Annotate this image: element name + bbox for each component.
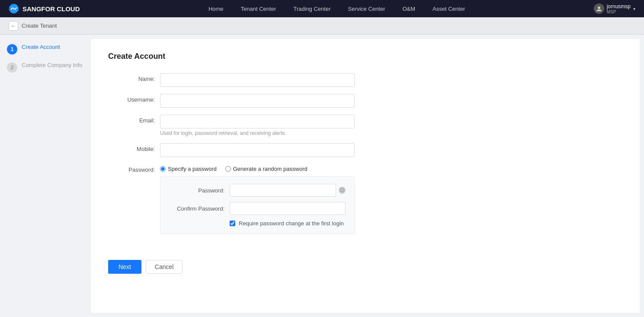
- nav-tenant-center[interactable]: Tenant Center: [232, 0, 285, 17]
- step-2-label: Complete Company Info: [22, 61, 82, 69]
- password-subform: Password: ⓘ Confirm Password:: [160, 176, 355, 234]
- specify-password-option[interactable]: Specify a password: [160, 166, 217, 172]
- user-menu[interactable]: jornusmsp MSP ▾: [594, 3, 635, 14]
- username-row: Username:: [108, 94, 411, 108]
- sub-password-label: Password:: [169, 187, 230, 194]
- email-hint: Used for login, password retrieval, and …: [160, 130, 355, 136]
- nav-om[interactable]: O&M: [394, 0, 424, 17]
- breadcrumb-bar: ← Create Tenant: [0, 17, 644, 35]
- nav-asset-center[interactable]: Asset Center: [424, 0, 474, 17]
- back-button[interactable]: ←: [9, 21, 18, 31]
- specify-password-label: Specify a password: [168, 166, 217, 172]
- password-input[interactable]: [230, 184, 336, 197]
- navbar: SANGFOR CLOUD Home Tenant Center Trading…: [0, 0, 644, 17]
- nav-links: Home Tenant Center Trading Center Servic…: [200, 0, 474, 17]
- confirm-password-wrap: [230, 202, 346, 215]
- cancel-button[interactable]: Cancel: [146, 260, 183, 274]
- confirm-password-label: Confirm Password:: [169, 205, 230, 212]
- password-field: Specify a password Generate a random pas…: [160, 164, 355, 234]
- avatar: [594, 3, 604, 14]
- step-1-item[interactable]: 1 Create Account: [7, 43, 84, 54]
- nav-trading-center[interactable]: Trading Center: [285, 0, 339, 17]
- confirm-password-row: Confirm Password:: [169, 202, 346, 215]
- nav-home[interactable]: Home: [200, 0, 232, 17]
- brand: SANGFOR CLOUD: [9, 3, 80, 14]
- page-title: Create Account: [108, 52, 622, 61]
- username-label: Username:: [108, 94, 160, 103]
- email-field: Used for login, password retrieval, and …: [160, 115, 355, 136]
- main-container: 1 Create Account 2 Complete Company Info…: [0, 35, 644, 317]
- step-1-circle: 1: [7, 44, 17, 54]
- step-2-circle: 2: [7, 62, 17, 73]
- nav-service-center[interactable]: Service Center: [339, 0, 394, 17]
- content-area: Create Account Name: Username: Email: Us…: [91, 39, 640, 313]
- require-change-label: Require password change at the first log…: [239, 220, 344, 227]
- brand-name: SANGFOR CLOUD: [22, 5, 80, 13]
- username-display: jornusmsp: [607, 3, 631, 10]
- random-password-radio[interactable]: [225, 166, 231, 172]
- svg-point-1: [598, 6, 600, 9]
- confirm-password-input[interactable]: [230, 202, 346, 215]
- footer-buttons: Next Cancel: [108, 251, 622, 274]
- email-input[interactable]: [160, 115, 355, 128]
- specify-password-radio[interactable]: [160, 166, 166, 172]
- user-badge: MSP: [607, 10, 631, 14]
- password-options-row: Password: Specify a password Generate a …: [108, 164, 411, 234]
- mobile-input[interactable]: [160, 143, 355, 157]
- username-field: [160, 94, 355, 108]
- step-1-label: Create Account: [22, 43, 60, 51]
- sidebar: 1 Create Account 2 Complete Company Info: [0, 35, 91, 317]
- user-icon: [596, 5, 602, 12]
- mobile-label: Mobile:: [108, 143, 160, 152]
- name-row: Name:: [108, 73, 411, 87]
- random-password-label: Generate a random password: [233, 166, 308, 172]
- sub-password-row: Password: ⓘ: [169, 184, 346, 197]
- mobile-row: Mobile:: [108, 143, 411, 157]
- name-label: Name:: [108, 73, 160, 82]
- next-button[interactable]: Next: [108, 260, 141, 274]
- info-icon[interactable]: ⓘ: [339, 187, 346, 194]
- password-label: Password:: [108, 164, 160, 173]
- name-input[interactable]: [160, 73, 355, 87]
- chevron-down-icon: ▾: [633, 6, 635, 11]
- email-row: Email: Used for login, password retrieva…: [108, 115, 411, 136]
- username-input[interactable]: [160, 94, 355, 108]
- name-field: [160, 73, 355, 87]
- breadcrumb-text: Create Tenant: [22, 22, 57, 29]
- mobile-field: [160, 143, 355, 157]
- password-options: Specify a password Generate a random pas…: [160, 164, 355, 172]
- step-2-item[interactable]: 2 Complete Company Info: [7, 61, 84, 73]
- random-password-option[interactable]: Generate a random password: [225, 166, 308, 172]
- brand-icon: [9, 3, 19, 14]
- require-change-row: Require password change at the first log…: [169, 220, 346, 227]
- sub-password-wrap: ⓘ: [230, 184, 346, 197]
- require-change-checkbox[interactable]: [230, 221, 235, 226]
- email-label: Email:: [108, 115, 160, 124]
